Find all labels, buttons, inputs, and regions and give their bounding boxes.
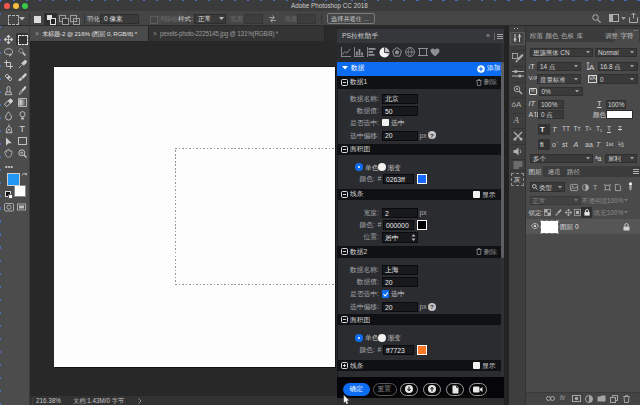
svg-text:A: A (589, 63, 595, 72)
svg-text:T: T (19, 123, 25, 134)
